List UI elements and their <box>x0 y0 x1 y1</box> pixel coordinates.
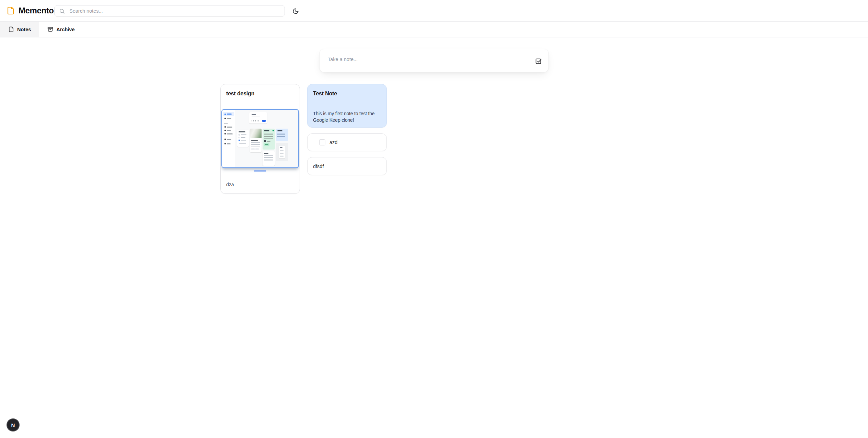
text-line <box>265 144 268 145</box>
mini-chip <box>251 148 255 150</box>
file-icon <box>8 26 14 32</box>
note-card-test-note[interactable]: Test Note This is my first note to test … <box>307 84 387 128</box>
dot <box>224 143 226 144</box>
text-line <box>280 147 282 148</box>
thumb-card-photo <box>250 129 262 152</box>
mini-icon <box>273 130 274 131</box>
check-square-icon <box>535 57 542 65</box>
tab-bar: Notes Archive <box>0 21 868 37</box>
profile-avatar[interactable]: N <box>7 418 20 431</box>
thumb-card-page <box>276 143 288 161</box>
thumb-composer <box>249 112 267 123</box>
mini-checkbox <box>239 137 240 138</box>
text-lines <box>277 133 285 137</box>
text-line <box>239 131 245 132</box>
note-body: dfsdf <box>313 164 324 169</box>
text-line <box>264 153 268 154</box>
tab-archive[interactable]: Archive <box>39 22 83 37</box>
text-line <box>224 123 228 124</box>
mini-photo <box>250 129 262 138</box>
text-line <box>251 140 258 141</box>
mini-checkbox <box>239 134 240 135</box>
text-line <box>227 133 233 134</box>
grid-column: Test Note This is my first note to test … <box>307 84 387 194</box>
dot <box>224 133 226 134</box>
dot <box>224 118 226 119</box>
text-line <box>241 137 245 138</box>
thumb-card-blue <box>276 129 288 141</box>
note-body: This is my first note to test the Google… <box>313 110 381 123</box>
text-lines <box>264 133 273 139</box>
note-composer <box>319 49 549 72</box>
mini-checkbox-checked <box>239 140 240 141</box>
tab-label: Notes <box>17 27 31 32</box>
note-title: test design <box>226 90 294 97</box>
text-line <box>227 139 231 140</box>
text-line <box>227 114 232 115</box>
text-line <box>241 140 246 141</box>
text-lines <box>264 155 273 161</box>
text-line <box>227 143 231 144</box>
thumb-card-checklist <box>237 130 249 147</box>
dot <box>224 139 226 140</box>
text-line <box>252 117 260 117</box>
text-line <box>264 130 269 131</box>
thumbnail-scroll-indicator <box>254 170 266 171</box>
search-bar[interactable] <box>54 5 285 17</box>
dot <box>224 114 226 115</box>
app-title: Memento <box>19 6 54 15</box>
mini-badge <box>264 140 266 142</box>
text-line <box>252 114 256 115</box>
note-title: Test Note <box>313 90 381 97</box>
note-card-azd[interactable]: azd <box>307 133 387 151</box>
note-file-icon <box>7 7 15 15</box>
text-line <box>227 118 231 119</box>
grid-column: test design <box>220 84 300 194</box>
text-line <box>227 127 232 128</box>
note-body: azd <box>329 140 337 145</box>
text-lines <box>251 142 260 146</box>
note-card-dfsdf[interactable]: dfsdf <box>307 157 387 175</box>
search-icon <box>59 8 65 14</box>
tab-label: Archive <box>56 27 74 32</box>
thumb-card-idea <box>263 151 275 166</box>
text-line <box>227 130 231 131</box>
note-checkbox[interactable] <box>319 139 325 145</box>
moon-icon <box>292 8 299 14</box>
new-checklist-button[interactable] <box>534 57 543 65</box>
dot <box>224 126 226 128</box>
take-note-input[interactable] <box>328 52 527 66</box>
header: Memento <box>0 0 868 21</box>
dot <box>224 130 226 131</box>
text-line <box>239 143 246 144</box>
theme-toggle-button[interactable] <box>289 5 302 17</box>
note-body: dza <box>226 182 234 187</box>
mini-button <box>262 120 266 122</box>
note-card-test-design[interactable]: test design <box>220 84 300 194</box>
text-line <box>241 134 246 135</box>
thumb-card-green <box>263 129 275 150</box>
mini-chip <box>255 148 259 150</box>
archive-icon <box>47 26 53 32</box>
text-line <box>277 130 282 131</box>
note-image-thumbnail <box>221 109 299 168</box>
notes-grid: test design <box>220 84 387 194</box>
text-line <box>267 141 270 142</box>
tab-notes[interactable]: Notes <box>0 22 39 37</box>
thumb-sidebar <box>222 110 235 167</box>
toolbar-dots <box>252 120 259 121</box>
text-lines <box>280 149 283 157</box>
app-logo: Memento <box>7 0 54 21</box>
search-input[interactable] <box>69 8 280 14</box>
